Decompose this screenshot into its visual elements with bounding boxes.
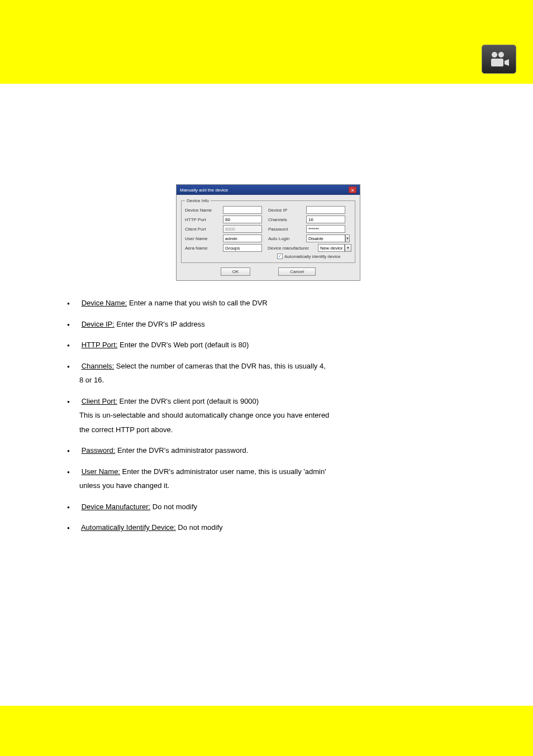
svg-point-0	[492, 52, 497, 58]
desc-text: the correct HTTP port above.	[79, 424, 469, 436]
list-item: Password: Enter the DVR's administrator …	[79, 445, 469, 456]
auto-identify-checkbox[interactable]: ✓	[277, 253, 283, 259]
cancel-button[interactable]: Cancel	[278, 267, 316, 276]
area-name-input[interactable]	[223, 244, 262, 252]
list-item: HTTP Port: Enter the DVR's Web port (def…	[79, 339, 469, 351]
password-label: Password	[268, 227, 306, 232]
desc-text: Enter the DVR's Web port (default is 80)	[117, 341, 249, 349]
list-item: Client Port: Enter the DVR's client port…	[79, 396, 469, 436]
client-port-label: Client Port	[185, 227, 223, 232]
svg-rect-2	[491, 59, 503, 66]
instructions-list: Device Name: Enter a name that you wish …	[67, 298, 469, 533]
channels-input[interactable]	[306, 216, 345, 223]
chevron-down-icon[interactable]: ▼	[345, 244, 351, 252]
device-ip-input[interactable]	[306, 206, 345, 214]
term-http-port: HTTP Port:	[82, 341, 118, 349]
device-info-fieldset: Device Info Device Name Device IP HTTP P…	[181, 198, 355, 263]
desc-text: Enter the DVR's administrator password.	[115, 446, 248, 454]
auto-login-label: Auto Login	[268, 236, 306, 241]
dialog-title-text: Manually add the device	[180, 188, 228, 193]
device-mfr-label: Device manufacturer	[268, 246, 318, 251]
desc-text: Enter the DVR's IP address	[115, 320, 205, 328]
bottom-banner	[0, 706, 533, 756]
term-auto-identify: Automatically Identify Device:	[81, 523, 176, 532]
add-device-dialog: Manually add the device × Device Info De…	[176, 184, 360, 281]
area-name-label: Aera Name	[185, 246, 223, 251]
desc-text: 8 or 16.	[79, 375, 469, 386]
svg-marker-3	[505, 59, 509, 66]
desc-text: Do not modify	[150, 503, 197, 511]
svg-point-1	[498, 52, 504, 58]
term-client-port: Client Port:	[82, 397, 117, 405]
term-device-ip: Device IP:	[82, 320, 115, 328]
term-user-name: User Name:	[82, 467, 120, 476]
list-item: Device Name: Enter a name that you wish …	[79, 298, 469, 309]
device-ip-label: Device IP	[268, 208, 306, 213]
desc-text: Enter the DVR's client port (default is …	[117, 397, 259, 405]
ok-button[interactable]: OK	[221, 267, 251, 276]
http-port-label: HTTP Port	[185, 217, 223, 222]
list-item: User Name: Enter the DVR's administrator…	[79, 466, 469, 491]
device-name-label: Device Name	[185, 208, 223, 213]
device-name-input[interactable]	[223, 206, 262, 214]
list-item: Channels: Select the number of cameras t…	[79, 361, 469, 386]
fieldset-legend: Device Info	[185, 198, 211, 203]
list-item: Automatically Identify Device: Do not mo…	[79, 522, 469, 533]
user-name-input[interactable]	[223, 235, 262, 242]
term-password: Password:	[82, 446, 116, 454]
desc-text: Enter a name that you wish to call the D…	[127, 299, 267, 307]
top-banner	[0, 0, 533, 84]
dialog-title-bar: Manually add the device ×	[177, 185, 360, 195]
term-device-name: Device Name:	[82, 299, 127, 307]
user-name-label: User Name	[185, 236, 223, 241]
client-port-input	[223, 225, 262, 233]
chevron-down-icon[interactable]: ▼	[345, 235, 350, 242]
list-item: Device Manufacturer: Do not modify	[79, 501, 469, 513]
device-mfr-select[interactable]	[318, 244, 345, 252]
auto-identify-label: Automatically identify device	[284, 254, 341, 259]
desc-text: Select the number of cameras that the DV…	[114, 362, 326, 370]
auto-login-select[interactable]	[306, 235, 345, 242]
desc-text: This is un-selectable and should automat…	[79, 410, 469, 421]
password-input[interactable]	[306, 225, 345, 233]
http-port-input[interactable]	[223, 216, 262, 223]
desc-text: unless you have changed it.	[79, 480, 469, 491]
close-icon[interactable]: ×	[349, 186, 356, 193]
list-item: Device IP: Enter the DVR's IP address	[79, 319, 469, 330]
term-device-mfr: Device Manufacturer:	[82, 503, 151, 511]
video-reel-icon	[488, 51, 510, 68]
app-logo	[482, 45, 516, 74]
desc-text: Do not modify	[176, 523, 223, 532]
term-channels: Channels:	[82, 362, 115, 370]
desc-text: Enter the DVR's administrator user name,…	[120, 467, 326, 476]
channels-label: Channels	[268, 217, 306, 222]
